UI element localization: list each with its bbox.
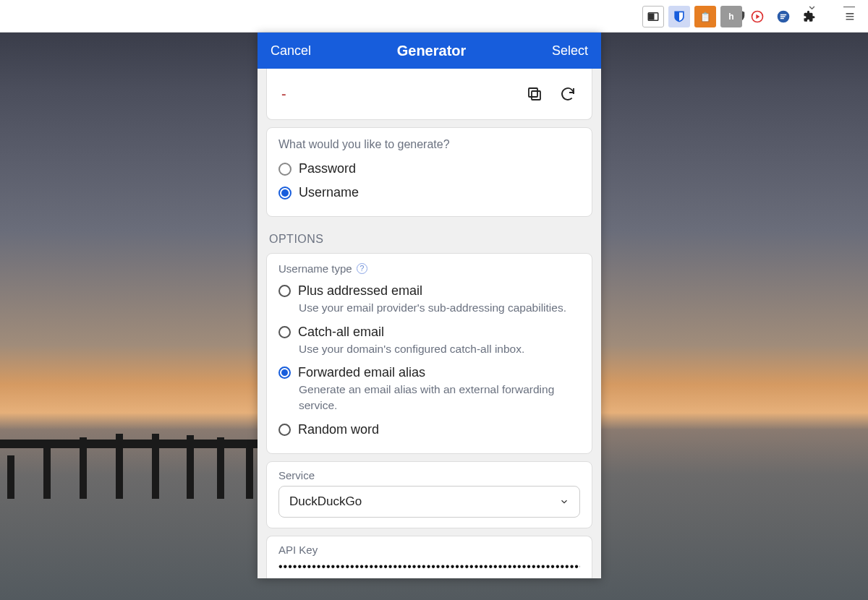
generate-prompt-label: What would you like to generate? [278,138,580,151]
generate-type-card: What would you like to generate? Passwor… [266,127,592,217]
radio-icon [278,187,292,200]
bitwarden-extension-icon[interactable] [668,6,690,27]
chevron-down-icon [559,497,569,507]
option-forwarded-alias[interactable]: Forwarded email alias Generate an email … [278,361,580,417]
radio-icon [278,326,291,338]
minimize-icon[interactable]: ― [843,0,855,16]
extension-icon[interactable]: h [720,6,742,27]
radio-label: Username [299,185,359,200]
copy-icon[interactable] [525,85,544,103]
window-controls: ⌄ ― [807,0,855,13]
service-select[interactable]: DuckDuckGo [278,486,580,518]
extension-icon[interactable] [746,6,768,27]
option-random-word[interactable]: Random word [278,418,580,442]
popup-body[interactable]: - What would you like to generate? Passw… [258,69,601,578]
svg-rect-5 [529,88,537,97]
radio-icon [278,285,291,297]
browser-toolbar: 📋 h ≡ ⌄ ― [0,0,868,33]
radio-label: Password [299,161,356,176]
popup-header: Cancel Generator Select [258,33,601,69]
generated-value: - [281,86,286,103]
help-icon[interactable]: ? [357,263,367,274]
options-section-heading: OPTIONS [269,233,590,246]
reader-mode-icon[interactable] [642,6,664,27]
radio-icon [278,367,291,379]
radio-password[interactable]: Password [278,157,580,181]
chevron-down-icon[interactable]: ⌄ [807,0,817,13]
option-desc: Use your domain's configured catch-all i… [299,341,580,357]
service-label: Service [278,469,580,481]
option-catch-all[interactable]: Catch-all email Use your domain's config… [278,320,580,361]
generated-output-card: - [266,69,592,120]
regenerate-icon[interactable] [558,85,577,103]
api-key-value[interactable]: ••••••••••••••••••••••••••••••••••••••••… [278,560,580,573]
username-type-label: Username type ? [278,262,580,275]
svg-rect-1 [650,14,654,20]
option-desc: Use your email provider's sub-addressing… [299,300,580,316]
bitwarden-popup: Cancel Generator Select - What would you… [258,33,601,578]
radio-username[interactable]: Username [278,181,580,205]
cancel-button[interactable]: Cancel [271,43,311,59]
option-plus-addressed[interactable]: Plus addressed email Use your email prov… [278,279,580,320]
select-button[interactable]: Select [552,43,588,59]
radio-icon [278,163,292,176]
service-card: Service DuckDuckGo [266,461,592,528]
radio-icon [278,424,291,436]
api-key-label: API Key [278,544,580,556]
username-type-card: Username type ? Plus addressed email Use… [266,253,592,454]
api-key-card: API Key ••••••••••••••••••••••••••••••••… [266,536,592,578]
service-selected-value: DuckDuckGo [289,494,362,509]
svg-rect-4 [532,91,540,100]
extension-icon[interactable]: 📋 [694,6,716,27]
popup-title: Generator [397,43,467,59]
option-desc: Generate an email alias with an external… [299,382,580,413]
extension-icon[interactable] [773,6,794,27]
